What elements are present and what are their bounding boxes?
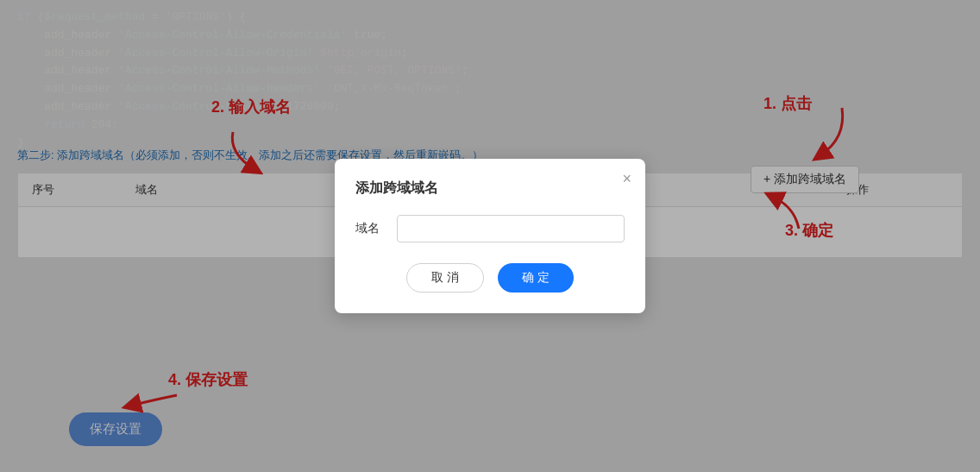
- modal-close-button[interactable]: ×: [622, 171, 631, 186]
- modal-footer: 取 消 确 定: [355, 263, 625, 293]
- confirm-button[interactable]: 确 定: [498, 263, 574, 293]
- modal-dialog: 添加跨域域名 × 域名 取 消 确 定: [335, 159, 645, 313]
- modal-overlay: 添加跨域域名 × 域名 取 消 确 定: [0, 0, 980, 472]
- domain-input[interactable]: [397, 215, 625, 242]
- form-row: 域名: [355, 215, 625, 242]
- cancel-button[interactable]: 取 消: [406, 263, 484, 293]
- domain-label: 域名: [355, 221, 390, 236]
- modal-title: 添加跨域域名: [355, 179, 625, 198]
